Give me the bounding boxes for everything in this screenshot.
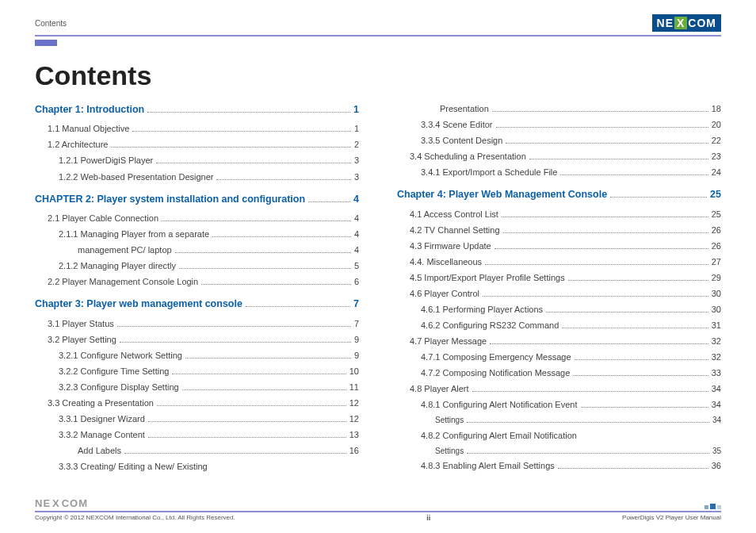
toc-entry[interactable]: 4.8 Player Alert34: [397, 382, 721, 396]
toc-entry[interactable]: Presentation18: [397, 102, 721, 116]
toc-entry[interactable]: 3.3.4 Scene Editor20: [397, 118, 721, 132]
toc-entry[interactable]: 4.7.1 Composing Emergency Message32: [397, 351, 721, 364]
footer-logo-pre: NE: [35, 497, 51, 509]
toc-entry[interactable]: 4.6.2 Configuring RS232 Command31: [397, 319, 721, 332]
toc-entry[interactable]: 2.1 Player Cable Connection4: [35, 212, 359, 225]
toc-label: 3.1 Player Status: [48, 317, 114, 331]
footer-rule: [35, 511, 721, 512]
toc-entry[interactable]: 4.5 Import/Export Player Profile Setting…: [397, 271, 721, 285]
toc-entry[interactable]: 4.8.2 Configuring Alert Email Notificati…: [397, 429, 721, 443]
toc-entry[interactable]: 4.6.1 Performing Player Actions30: [397, 303, 721, 316]
toc-leader-dots: [132, 131, 351, 132]
toc-leader-dots: [124, 453, 346, 454]
toc-page: 32: [712, 351, 721, 364]
toc-leader-dots: [162, 220, 351, 221]
toc-label: Chapter 4: Player Web Management Console: [397, 187, 607, 202]
toc-leader-dots: [212, 236, 351, 237]
toc-leader-dots: [490, 343, 708, 344]
toc-entry[interactable]: 2.2 Player Management Console Login6: [35, 275, 359, 289]
toc-page: 7: [353, 297, 359, 312]
toc-page: 18: [712, 102, 721, 116]
toc-entry[interactable]: 1.1 Manual Objective1: [35, 122, 359, 136]
toc-page: 23: [712, 150, 721, 163]
toc-label: 4.6.1 Performing Player Actions: [421, 303, 543, 316]
toc-entry[interactable]: 3.3.2 Manage Content13: [35, 428, 359, 442]
toc-chapter[interactable]: Chapter 4: Player Web Management Console…: [397, 187, 721, 202]
toc-page: 34: [712, 382, 721, 396]
logo-x: X: [674, 17, 687, 29]
page-footer: NE X COM Copyright © 2012 NEXCOM Interna…: [35, 497, 721, 522]
toc-label: Settings: [435, 414, 464, 427]
toc-entry[interactable]: 3.3.1 Designer Wizard12: [35, 412, 359, 426]
toc-page: 16: [349, 444, 359, 458]
toc-entry[interactable]: Settings34: [397, 414, 721, 427]
toc-chapter[interactable]: CHAPTER 2: Player system installation an…: [35, 192, 359, 207]
toc-leader-dots: [179, 268, 351, 269]
toc-page: 13: [349, 428, 359, 442]
toc-label: 1.2 Architecture: [48, 138, 108, 151]
toc-entry[interactable]: 3.2.2 Configure Time Setting10: [35, 365, 359, 378]
toc-chapter[interactable]: Chapter 3: Player web management console…: [35, 297, 359, 312]
toc-page: 1: [354, 122, 359, 136]
toc-entry[interactable]: Add Labels16: [35, 444, 359, 458]
toc-entry[interactable]: 4.8.1 Configuring Alert Notification Eve…: [397, 398, 721, 412]
toc-entry[interactable]: 2.1.1 Managing Player from a separate4: [35, 228, 359, 241]
footer-squares-icon: [704, 504, 721, 509]
toc-entry[interactable]: 4.8.3 Enabling Alert Email Settings36: [397, 459, 721, 473]
toc-leader-dots: [172, 374, 346, 374]
toc-entry[interactable]: 3.3 Creating a Presentation12: [35, 397, 359, 410]
toc-label: 3.3 Creating a Presentation: [48, 397, 154, 410]
toc-label: Presentation: [440, 102, 489, 116]
toc-column-right: Presentation183.3.4 Scene Editor203.3.5 …: [397, 102, 721, 476]
toc-entry[interactable]: 4.7.2 Composing Notification Message33: [397, 366, 721, 380]
toc-entry[interactable]: 2.1.2 Managing Player directly5: [35, 259, 359, 273]
toc-entry[interactable]: 3.3.3 Creating/ Editing a New/ Existing: [35, 460, 359, 474]
toc-entry[interactable]: 3.3.5 Content Design22: [397, 134, 721, 148]
footer-logo-post: COM: [62, 497, 88, 509]
toc-entry[interactable]: 1.2 Architecture2: [35, 138, 359, 151]
toc-leader-dots: [147, 112, 350, 113]
toc-page: 26: [712, 240, 721, 253]
toc-entry[interactable]: 4.6 Player Control30: [397, 287, 721, 301]
toc-label: 4.8.3 Enabling Alert Email Settings: [421, 459, 555, 473]
toc-page: 9: [354, 333, 359, 347]
toc-page: 4: [354, 212, 359, 225]
toc-entry[interactable]: 4.1 Access Control List25: [397, 208, 721, 221]
toc-page: 4: [354, 243, 359, 257]
logo-post: COM: [688, 17, 716, 29]
toc-entry[interactable]: 4.2 TV Channel Setting26: [397, 224, 721, 237]
toc-label: 3.2.2 Configure Time Setting: [59, 365, 169, 378]
toc-entry[interactable]: 3.2 Player Setting9: [35, 333, 359, 347]
toc-page: 27: [712, 255, 721, 269]
toc-entry[interactable]: 4.7 Player Message32: [397, 335, 721, 348]
toc-page: 11: [349, 381, 359, 394]
toc-entry[interactable]: 1.2.1 PowerDigiS Player3: [35, 154, 359, 167]
toc-leader-dots: [581, 407, 708, 408]
toc-entry[interactable]: 3.4.1 Export/Import a Schedule File24: [397, 166, 721, 179]
toc-leader-dots: [485, 264, 708, 265]
toc-leader-dots: [467, 453, 709, 454]
toc-chapter[interactable]: Chapter 1: Introduction1: [35, 102, 359, 117]
toc-entry[interactable]: 3.2.1 Configure Network Setting9: [35, 349, 359, 362]
toc-entry[interactable]: 3.2.3 Configure Display Setting11: [35, 381, 359, 394]
logo-pre: NE: [657, 17, 674, 29]
toc-page: 6: [354, 275, 359, 289]
toc-entry[interactable]: 1.2.2 Web-based Presentation Designer3: [35, 171, 359, 184]
toc-label: 3.2.1 Configure Network Setting: [59, 349, 182, 362]
toc-label: 4.7 Player Message: [410, 335, 487, 348]
toc-entry[interactable]: 3.1 Player Status7: [35, 317, 359, 331]
toc-entry[interactable]: 4.4. Miscellaneous27: [397, 255, 721, 269]
toc-page: 3: [354, 171, 359, 184]
header-rule: [35, 35, 721, 36]
toc-leader-dots: [575, 359, 708, 360]
toc-entry[interactable]: management PC/ laptop4: [35, 243, 359, 257]
toc-leader-dots: [182, 389, 346, 390]
toc-leader-dots: [483, 296, 708, 297]
toc-entry[interactable]: Settings35: [397, 445, 721, 458]
accent-bar: [35, 40, 57, 46]
toc-entry[interactable]: 4.3 Firmware Update26: [397, 240, 721, 253]
page-header: Contents NE X COM: [35, 14, 721, 32]
toc-leader-dots: [610, 197, 707, 197]
toc-label: CHAPTER 2: Player system installation an…: [35, 192, 305, 207]
toc-entry[interactable]: 3.4 Scheduling a Presentation23: [397, 150, 721, 163]
